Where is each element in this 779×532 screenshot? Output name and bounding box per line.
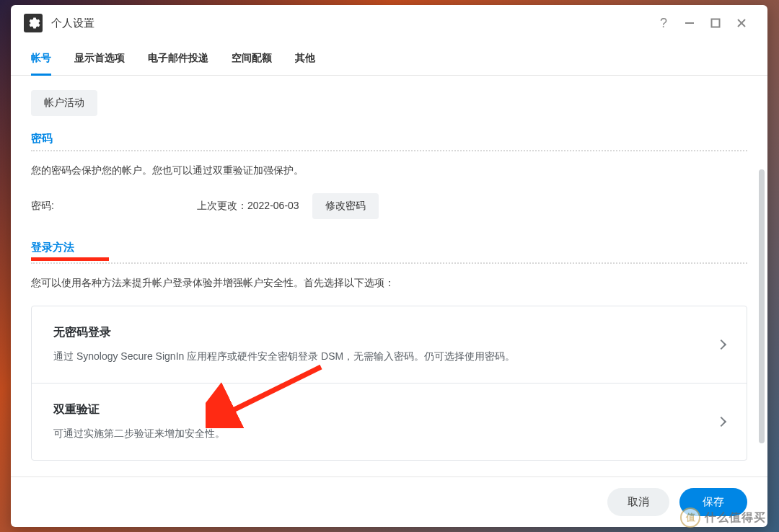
cancel-button[interactable]: 取消 (607, 488, 669, 516)
login-methods-heading: 登录方法 (31, 241, 747, 254)
chevron-right-icon (716, 417, 726, 427)
close-button[interactable] (729, 10, 754, 36)
account-activity-button[interactable]: 帐户活动 (31, 90, 97, 116)
minimize-button[interactable] (677, 10, 703, 36)
method-desc: 可通过实施第二步验证来增加安全性。 (53, 426, 718, 441)
login-methods-list: 无密码登录 通过 Synology Secure SignIn 应用程序或硬件安… (31, 306, 747, 461)
tab-quota[interactable]: 空间配额 (232, 41, 272, 76)
method-title: 无密码登录 (53, 325, 718, 340)
scrollbar[interactable] (759, 169, 765, 476)
help-button[interactable]: ? (651, 10, 677, 36)
window-title: 个人设置 (51, 17, 94, 30)
tab-other[interactable]: 其他 (295, 41, 315, 76)
change-password-button[interactable]: 修改密码 (312, 193, 379, 219)
login-methods-description: 您可以使用各种方法来提升帐户登录体验并增强帐户安全性。首先选择以下选项： (31, 277, 747, 290)
method-title: 双重验证 (53, 402, 718, 417)
password-description: 您的密码会保护您的帐户。您也可以通过双重验证加强保护。 (31, 164, 747, 177)
chevron-right-icon (716, 340, 726, 350)
tab-email-delivery[interactable]: 电子邮件投递 (148, 41, 208, 76)
divider (31, 150, 747, 151)
watermark-badge: 值 (680, 507, 700, 528)
watermark: 值 什么值得买 (680, 507, 766, 528)
password-last-changed: 上次更改：2022-06-03 (197, 200, 299, 213)
watermark-text: 什么值得买 (705, 510, 766, 526)
tab-display-preferences[interactable]: 显示首选项 (74, 41, 125, 76)
personal-settings-window: 个人设置 ? 帐号 显示首选项 电子邮件投递 空间配额 其他 帐户活动 密码 您… (11, 5, 767, 527)
titlebar: 个人设置 ? (11, 5, 767, 41)
method-passwordless[interactable]: 无密码登录 通过 Synology Secure SignIn 应用程序或硬件安… (32, 306, 747, 383)
maximize-button[interactable] (703, 10, 729, 36)
action-bar: 取消 保存 (11, 476, 767, 527)
divider (31, 262, 747, 264)
method-desc: 通过 Synology Secure SignIn 应用程序或硬件安全密钥登录 … (53, 349, 718, 364)
password-row: 密码: 上次更改：2022-06-03 修改密码 (31, 193, 747, 219)
annotation-underline (31, 257, 109, 261)
password-section-heading: 密码 (31, 132, 747, 146)
tab-account[interactable]: 帐号 (31, 41, 51, 76)
tabbar: 帐号 显示首选项 电子邮件投递 空间配额 其他 (11, 41, 767, 76)
password-label: 密码: (31, 200, 197, 213)
content-area: 帐户活动 密码 您的密码会保护您的帐户。您也可以通过双重验证加强保护。 密码: … (11, 76, 767, 476)
svg-rect-1 (712, 19, 720, 27)
gear-icon (24, 14, 43, 32)
method-two-factor[interactable]: 双重验证 可通过实施第二步验证来增加安全性。 (32, 383, 747, 460)
